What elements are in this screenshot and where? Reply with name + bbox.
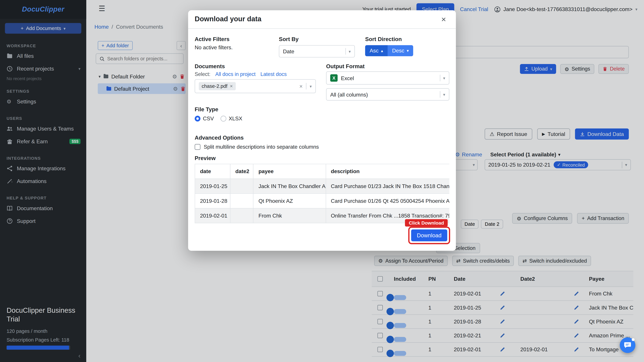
sort-direction-label: Sort Direction xyxy=(365,36,449,42)
xlsx-radio[interactable]: XLSX xyxy=(220,115,242,121)
clear-all-icon[interactable]: × xyxy=(299,83,303,89)
sort-asc-button[interactable]: Asc ▴ xyxy=(365,45,388,56)
chat-notification-dot xyxy=(632,338,634,341)
download-highlight-box: Download xyxy=(408,227,450,244)
click-download-tooltip: Click Download xyxy=(405,219,448,227)
chevron-up-icon: ▴ xyxy=(381,48,383,53)
checkbox-icon xyxy=(195,144,200,149)
modal-header: Download your data × xyxy=(188,10,456,29)
documents-multiselect[interactable]: chase-2.pdf × × ▾ xyxy=(195,79,316,93)
all-docs-link[interactable]: All docs in project xyxy=(215,71,256,77)
csv-radio[interactable]: CSV xyxy=(195,115,214,121)
remove-chip-icon[interactable]: × xyxy=(230,83,233,89)
chevron-down-icon: ▾ xyxy=(310,84,312,88)
chevron-down-icon: ▾ xyxy=(443,92,445,97)
chevron-down-icon: ▾ xyxy=(349,49,351,54)
file-type-label: File Type xyxy=(195,106,449,112)
active-filters-label: Active Filters xyxy=(195,36,279,42)
download-button[interactable]: Download xyxy=(411,229,447,241)
split-multiline-checkbox[interactable]: Split multiline descriptions into separa… xyxy=(195,144,449,150)
preview-row: 2019-01-25 Jack IN The Box Chandler AZ C… xyxy=(195,179,449,194)
preview-table: date date2 payee description 2019-01-25 … xyxy=(195,164,449,223)
sort-desc-button[interactable]: Desc ▾ xyxy=(388,45,413,56)
download-modal: Download your data × Active Filters No a… xyxy=(188,10,456,251)
excel-icon: X xyxy=(330,74,338,82)
select-prefix: Select: xyxy=(195,71,210,77)
advanced-options-label: Advanced Options xyxy=(195,135,449,141)
radio-icon xyxy=(220,115,226,121)
documents-label: Documents xyxy=(195,63,326,69)
chat-widget-button[interactable] xyxy=(620,337,636,353)
close-icon[interactable]: × xyxy=(441,15,446,23)
preview-label: Preview xyxy=(195,155,449,161)
chevron-down-icon: ▾ xyxy=(443,76,445,80)
output-format-label: Output Format xyxy=(326,63,449,69)
columns-select[interactable]: All (all columns) ▾ xyxy=(326,88,449,100)
chat-icon xyxy=(624,341,632,349)
latest-docs-link[interactable]: Latest docs xyxy=(260,71,287,77)
modal-title: Download your data xyxy=(195,15,262,23)
output-format-select[interactable]: X Excel ▾ xyxy=(326,71,449,84)
sort-by-select[interactable]: Date ▾ xyxy=(279,45,355,57)
preview-row: 2019-01-28 Qt Phoenix AZ Card Purchase 0… xyxy=(195,194,449,208)
app-screen: ☰ Your trial just started Select Plan Ca… xyxy=(0,0,644,362)
chevron-down-icon: ▾ xyxy=(407,48,409,53)
sort-by-label: Sort By xyxy=(279,36,365,42)
preview-header-row: date date2 payee description xyxy=(195,164,449,179)
document-chip: chase-2.pdf × xyxy=(199,82,236,90)
radio-selected-icon xyxy=(195,115,200,121)
active-filters-value: No active filters. xyxy=(195,44,279,50)
